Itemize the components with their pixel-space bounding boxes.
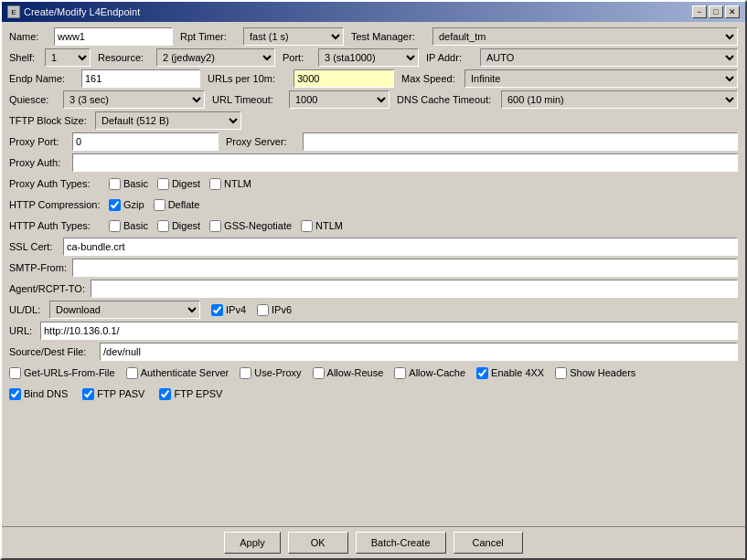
- resource-label: Resource:: [98, 52, 153, 63]
- allow-cache-checkbox[interactable]: [394, 367, 406, 379]
- ipv4-checkbox[interactable]: [211, 304, 223, 316]
- form-content: Name: Rpt Timer: fast (1 s) Test Manager…: [2, 22, 745, 526]
- port-select[interactable]: 3 (sta1000): [318, 48, 419, 67]
- gzip-label: Gzip: [123, 199, 144, 210]
- ftp-pasv-checkbox[interactable]: [82, 388, 94, 400]
- close-button[interactable]: ✕: [725, 5, 740, 18]
- row-ssl-cert: SSL Cert:: [9, 238, 738, 256]
- row-shelf: Shelf: 1 Resource: 2 (jedway2) Port: 3 (…: [9, 48, 738, 67]
- proxy-auth-input[interactable]: [72, 153, 738, 172]
- endp-name-input[interactable]: [81, 69, 200, 88]
- dns-cache-select[interactable]: 600 (10 min): [501, 90, 738, 109]
- dns-cache-label: DNS Cache Timeout:: [397, 94, 497, 105]
- ntlm-http-checkbox[interactable]: [301, 220, 313, 232]
- allow-reuse-checkbox[interactable]: [313, 367, 325, 379]
- source-dest-input[interactable]: [100, 343, 738, 361]
- digest-proxy-checkbox[interactable]: [157, 178, 169, 190]
- tftp-block-label: TFTP Block Size:: [9, 115, 91, 126]
- bottom-bar: Apply OK Batch-Create Cancel: [2, 526, 745, 558]
- row-proxy-auth-types: Proxy Auth Types: Basic Digest NTLM: [9, 174, 738, 193]
- agent-rcpt-input[interactable]: [91, 280, 738, 298]
- get-urls-from-file-label: Get-URLs-From-File: [24, 367, 115, 378]
- resource-select[interactable]: 2 (jedway2): [156, 48, 275, 67]
- row-proxy-port: Proxy Port: Proxy Server:: [9, 132, 738, 151]
- row-checkboxes-1: Get-URLs-From-File Authenticate Server U…: [9, 364, 738, 382]
- proxy-auth-label: Proxy Auth:: [9, 157, 69, 168]
- urls-per-10m-label: URLs per 10m:: [208, 73, 290, 84]
- bind-dns-label: Bind DNS: [24, 388, 68, 399]
- ip-addr-select[interactable]: AUTO: [480, 48, 738, 67]
- use-proxy-label: Use-Proxy: [254, 367, 301, 378]
- quiesce-select[interactable]: 3 (3 sec): [63, 90, 205, 109]
- ftp-epsv-checkbox[interactable]: [159, 388, 171, 400]
- bind-dns-checkbox[interactable]: [9, 388, 21, 400]
- url-input[interactable]: [40, 322, 738, 340]
- test-manager-select[interactable]: default_tm: [432, 27, 738, 46]
- row-http-compression: HTTP Compression: Gzip Deflate: [9, 195, 738, 214]
- rpt-timer-select[interactable]: fast (1 s): [243, 27, 344, 46]
- digest-http-checkbox[interactable]: [157, 220, 169, 232]
- endp-name-label: Endp Name:: [9, 73, 78, 84]
- maximize-button[interactable]: □: [709, 5, 723, 18]
- row-http-auth-types: HTTP Auth Types: Basic Digest GSS-Negoti…: [9, 217, 738, 235]
- app-icon: E: [7, 5, 20, 18]
- deflate-checkbox[interactable]: [154, 199, 165, 211]
- rpt-timer-label: Rpt Timer:: [180, 31, 240, 42]
- proxy-port-label: Proxy Port:: [9, 136, 69, 147]
- row-quiesce: Quiesce: 3 (3 sec) URL Timeout: 1000 DNS…: [9, 90, 738, 109]
- allow-cache-label: Allow-Cache: [409, 367, 465, 378]
- ipv6-checkbox[interactable]: [257, 304, 269, 316]
- ssl-cert-input[interactable]: [63, 238, 738, 256]
- enable-4xx-label: Enable 4XX: [491, 367, 544, 378]
- minimize-button[interactable]: −: [692, 5, 707, 18]
- smtp-from-input[interactable]: [72, 259, 738, 277]
- shelf-select[interactable]: 1: [45, 48, 91, 67]
- port-label: Port:: [283, 52, 315, 63]
- max-speed-label: Max Speed:: [401, 73, 461, 84]
- smtp-from-label: SMTP-From:: [9, 262, 69, 273]
- name-input[interactable]: [54, 27, 173, 46]
- proxy-auth-types-label: Proxy Auth Types:: [9, 178, 105, 189]
- row-smtp-from: SMTP-From:: [9, 259, 738, 277]
- url-label: URL:: [9, 325, 37, 336]
- batch-create-button[interactable]: Batch-Create: [356, 532, 446, 554]
- basic-proxy-checkbox[interactable]: [109, 178, 121, 190]
- proxy-server-input[interactable]: [303, 132, 738, 151]
- ul-dl-select[interactable]: Download Upload: [49, 301, 200, 319]
- row-agent-rcpt: Agent/RCPT-TO:: [9, 280, 738, 298]
- main-window: E Create/Modify L4Endpoint − □ ✕ Name: R…: [0, 0, 747, 560]
- ok-button[interactable]: OK: [288, 532, 348, 554]
- row-source-dest: Source/Dest File:: [9, 343, 738, 361]
- http-auth-types-label: HTTP Auth Types:: [9, 220, 105, 231]
- ul-dl-label: UL/DL:: [9, 304, 46, 315]
- row-tftp: TFTP Block Size: Default (512 B): [9, 111, 738, 130]
- url-timeout-select[interactable]: 1000: [289, 90, 390, 109]
- row-proxy-auth: Proxy Auth:: [9, 153, 738, 172]
- authenticate-server-checkbox[interactable]: [126, 367, 138, 379]
- basic-http-label: Basic: [123, 220, 148, 231]
- ntlm-proxy-checkbox[interactable]: [209, 178, 221, 190]
- enable-4xx-checkbox[interactable]: [476, 367, 488, 379]
- gzip-checkbox[interactable]: [109, 199, 121, 211]
- shelf-label: Shelf:: [9, 52, 41, 63]
- proxy-port-input[interactable]: [72, 132, 219, 151]
- basic-http-checkbox[interactable]: [109, 220, 121, 232]
- ntlm-proxy-label: NTLM: [224, 178, 251, 189]
- get-urls-from-file-checkbox[interactable]: [9, 367, 21, 379]
- http-compression-label: HTTP Compression:: [9, 199, 105, 210]
- max-speed-select[interactable]: Infinite: [464, 69, 738, 88]
- ipv4-label: IPv4: [226, 304, 246, 315]
- use-proxy-checkbox[interactable]: [240, 367, 251, 379]
- urls-per-10m-input[interactable]: [293, 69, 394, 88]
- quiesce-label: Quiesce:: [9, 94, 59, 105]
- row-ul-dl: UL/DL: Download Upload IPv4 IPv6: [9, 301, 738, 319]
- gss-negotiate-checkbox[interactable]: [209, 220, 221, 232]
- apply-button[interactable]: Apply: [224, 532, 281, 554]
- show-headers-checkbox[interactable]: [555, 367, 567, 379]
- window-title: Create/Modify L4Endpoint: [24, 6, 140, 17]
- ipv6-label: IPv6: [272, 304, 292, 315]
- cancel-button[interactable]: Cancel: [454, 532, 523, 554]
- row-endp: Endp Name: URLs per 10m: Max Speed: Infi…: [9, 69, 738, 88]
- tftp-block-select[interactable]: Default (512 B): [95, 111, 241, 130]
- digest-http-label: Digest: [172, 220, 200, 231]
